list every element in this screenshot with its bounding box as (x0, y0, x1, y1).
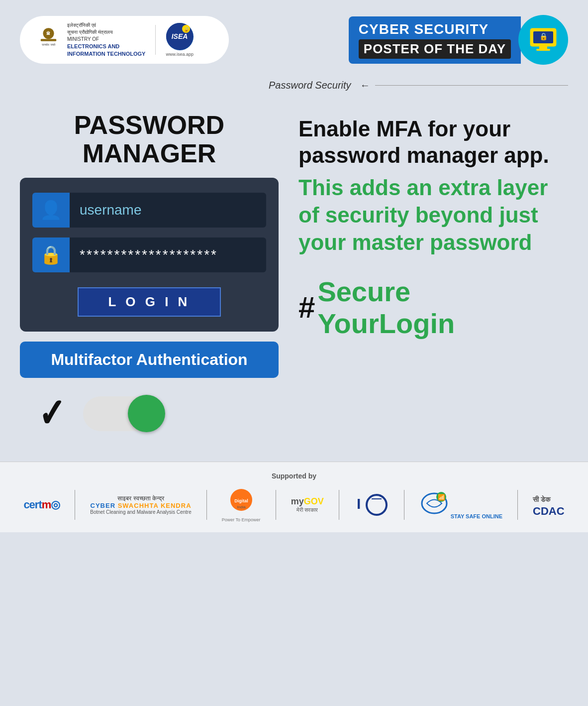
svg-text:India: India (237, 505, 246, 509)
toggle-area: ✓ (20, 390, 279, 437)
footer-divider-4 (339, 490, 339, 520)
cert-logo: certm◎ (23, 498, 60, 511)
svg-text:🔒: 🔒 (539, 32, 548, 41)
left-panel: PASSWORD MANAGER 👤 username 🔒 ******** (20, 111, 279, 437)
toggle-knob[interactable] (128, 395, 165, 432)
mygov-logo: myGOV (291, 496, 324, 507)
arrow-left-icon: ← (360, 80, 370, 91)
stay-safe-icon: 📶 (419, 491, 449, 518)
main-content: PASSWORD MANAGER 👤 username 🔒 ******** (0, 101, 588, 452)
svg-text:📶: 📶 (437, 493, 445, 501)
footer-divider-6 (517, 490, 518, 520)
mygov-item: myGOV मेरी सरकार (291, 496, 324, 513)
digital-india-item: Digital India Power To Empower (222, 487, 261, 522)
digital-india-sub: Power To Empower (222, 517, 261, 522)
ministry-text: इलेक्ट्रॉनिकी एवं सूचना प्रौद्योगिकी मंत… (67, 22, 145, 58)
password-input[interactable]: ******************** (70, 237, 266, 272)
header: 🏛 सत्यमेव जयते इलेक्ट्रॉनिकी एवं सूचना प… (0, 0, 588, 75)
user-icon-box: 👤 (32, 193, 70, 228)
password-field: 🔒 ******************** (32, 237, 266, 272)
footer: Supported by certm◎ साइबर स्वच्छता केन्द… (0, 462, 588, 532)
login-button[interactable]: L O G I N (78, 287, 221, 317)
hashtag-line1: Secure (317, 276, 455, 308)
hashtag-section: # Secure YourLogin (298, 276, 568, 340)
footer-divider-1 (75, 490, 75, 520)
cdac-item: सी डेक CDAC (533, 492, 565, 518)
banner-line2-box: POSTER OF THE DAY (359, 39, 511, 59)
username-input[interactable]: username (70, 193, 266, 228)
svg-text:Digital: Digital (234, 498, 248, 503)
user-icon: 👤 (40, 200, 62, 221)
login-form: 👤 username 🔒 ******************** L O G … (20, 178, 279, 332)
username-field: 👤 username (32, 193, 266, 228)
username-text: username (80, 202, 142, 218)
section-divider (375, 85, 568, 86)
footer-divider-5 (404, 490, 404, 520)
govt-logo: 🏛 सत्यमेव जयते इलेक्ट्रॉनिकी एवं सूचना प… (35, 22, 145, 58)
lock-icon-box: 🔒 (32, 237, 70, 272)
hashtag-symbol: # (298, 291, 315, 324)
mygov-hindi: मेरी सरकार (296, 507, 318, 513)
checkmark-icon: ✓ (38, 390, 65, 437)
pw-manager-title: PASSWORD MANAGER (20, 111, 279, 168)
footer-divider-3 (276, 490, 276, 520)
hashtag-line2: YourLogin (317, 308, 455, 340)
logo-divider (155, 25, 156, 55)
svg-text:सत्यमेव जयते: सत्यमेव जयते (41, 43, 56, 46)
cyber-banner-text: CYBER SECURITY POSTER OF THE DAY (349, 16, 521, 64)
cyber-hindi: साइबर स्वच्छता केन्द्र (117, 495, 164, 502)
svg-text:ISEA: ISEA (171, 32, 188, 40)
isea-icon: ISEA 🔒 (166, 23, 194, 50)
password-text: ******************** (80, 247, 218, 263)
login-btn-container: L O G I N (32, 287, 266, 317)
mfa-badge: Multifactor Authentication (20, 342, 279, 378)
digital-india-logo: Digital India (226, 487, 256, 517)
svg-text:I: I (357, 495, 361, 512)
cert-logo-item: certm◎ (23, 498, 60, 511)
toggle-switch[interactable] (83, 396, 163, 431)
supported-by-text: Supported by (20, 472, 568, 480)
cyber-banner: CYBER SECURITY POSTER OF THE DAY 🔒 (349, 15, 568, 65)
right-panel: Enable MFA for your password manager app… (298, 111, 568, 437)
stay-safe-logo: 📶 STAY SAFE ONLINE (419, 491, 502, 519)
isea-logo: ISEA 🔒 www.isea.app (166, 23, 194, 57)
svg-text:🏛: 🏛 (47, 31, 51, 36)
isea-circle: ISEA 🔒 (166, 23, 194, 50)
section-label: Password Security ← (269, 80, 568, 91)
svg-point-17 (367, 495, 387, 515)
cdac-logo: सी डेक CDAC (533, 492, 565, 518)
main-text-black: Enable MFA for your password manager app… (298, 116, 568, 169)
svg-rect-2 (41, 39, 56, 41)
mfa-label: Multifactor Authentication (51, 351, 247, 368)
main-text-green: This adds an extra layer of security bey… (298, 174, 568, 256)
cyber-bold: CYBER SWACHHTA KENDRA (91, 502, 192, 509)
ic-logo: I (354, 491, 389, 519)
logo-box: 🏛 सत्यमेव जयते इलेक्ट्रॉनिकी एवं सूचना प… (20, 16, 229, 64)
ashoka-emblem: 🏛 सत्यमेव जयते (35, 26, 62, 54)
stay-safe-item: 📶 STAY SAFE ONLINE (419, 491, 502, 519)
lock-icon: 🔒 (40, 244, 62, 265)
footer-logos: certm◎ साइबर स्वच्छता केन्द्र CYBER SWAC… (20, 487, 568, 522)
svg-rect-10 (539, 46, 547, 49)
svg-rect-11 (536, 49, 550, 51)
ic-item: I (354, 491, 389, 519)
monitor-icon: 🔒 (528, 26, 558, 54)
cyber-swachhta-item: साइबर स्वच्छता केन्द्र CYBER SWACHHTA KE… (90, 495, 191, 515)
stay-safe-text: STAY SAFE ONLINE (451, 513, 502, 519)
monitor-icon-circle: 🔒 (518, 15, 568, 65)
cyber-sub: Botnet Cleaning and Malware Analysis Cen… (90, 509, 191, 515)
toggle-track[interactable] (83, 396, 163, 431)
footer-divider-2 (206, 490, 207, 520)
